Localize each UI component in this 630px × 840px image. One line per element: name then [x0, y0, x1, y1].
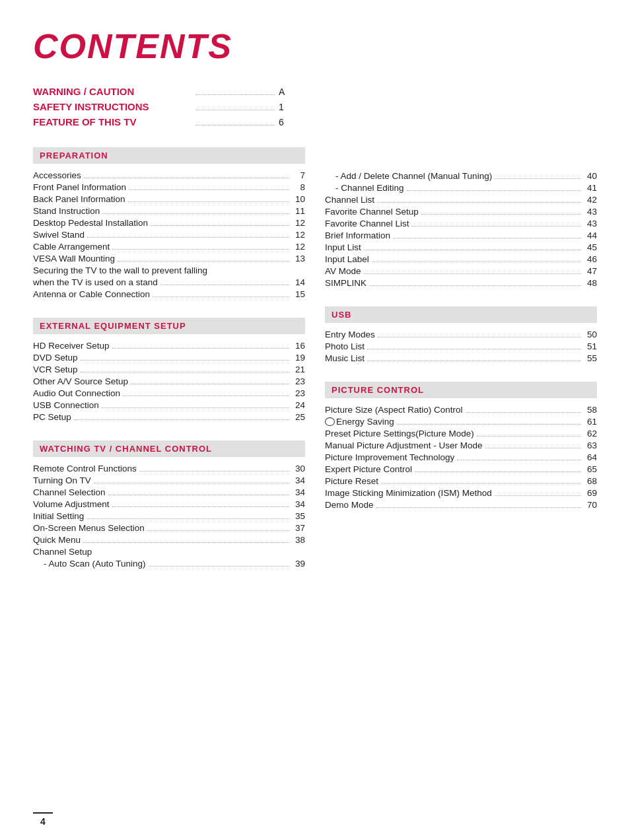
list-item: DVD Setup 19 — [33, 353, 305, 363]
list-item: Back Panel Information 10 — [33, 194, 305, 204]
safety-link: SAFETY INSTRUCTIONS 1 — [33, 101, 597, 112]
list-item: Entry Modes 50 — [325, 330, 597, 339]
channel-control-cont-section: - Add / Delete Channel (Manual Tuning) 4… — [325, 147, 597, 288]
page-title: CONTENTS — [33, 26, 597, 66]
list-item: Picture Improvement Technology 64 — [325, 452, 597, 462]
list-item: Music List 55 — [325, 353, 597, 363]
watching-tv-section: WATCHING TV / CHANNEL CONTROL Remote Con… — [33, 440, 305, 569]
list-item: Preset Picture Settings(Picture Mode) 62 — [325, 429, 597, 438]
usb-section: USB Entry Modes 50 Photo List 51 Music L… — [325, 306, 597, 363]
list-item: Favorite Channel Setup 43 — [325, 207, 597, 217]
list-item: Other A/V Source Setup 23 — [33, 376, 305, 386]
list-item: Image Sticking Minimization (ISM) Method… — [325, 488, 597, 498]
list-item: Securing the TV to the wall to prevent f… — [33, 265, 305, 275]
list-item: - Add / Delete Channel (Manual Tuning) 4… — [325, 171, 597, 181]
list-item: when the TV is used on a stand 14 — [33, 277, 305, 287]
list-item: PC Setup 25 — [33, 412, 305, 422]
left-column: PREPARATION Accessories 7 Front Panel In… — [33, 147, 305, 587]
list-item: VESA Wall Mounting 13 — [33, 254, 305, 263]
right-column: - Add / Delete Channel (Manual Tuning) 4… — [325, 147, 597, 587]
list-item: Channel Selection 34 — [33, 487, 305, 497]
toc-columns: PREPARATION Accessories 7 Front Panel In… — [33, 147, 597, 587]
list-item: Turning On TV 34 — [33, 475, 305, 485]
list-item: Picture Reset 68 — [325, 476, 597, 486]
list-item: SIMPLINK 48 — [325, 278, 597, 288]
list-item: USB Connection 24 — [33, 400, 305, 410]
list-item: AV Mode 47 — [325, 266, 597, 276]
watching-tv-header: WATCHING TV / CHANNEL CONTROL — [33, 440, 305, 457]
list-item: Photo List 51 — [325, 341, 597, 351]
top-links-section: WARNING / CAUTION A SAFETY INSTRUCTIONS … — [33, 86, 597, 127]
list-item: Desktop Pedestal Installation 12 — [33, 218, 305, 228]
list-item: Accessories 7 — [33, 170, 305, 180]
list-item: Favorite Channel List 43 — [325, 219, 597, 228]
list-item: Antenna or Cable Connection 15 — [33, 289, 305, 299]
list-item: Initial Setting 35 — [33, 511, 305, 521]
list-item: Demo Mode 70 — [325, 500, 597, 510]
list-item: - Channel Editing 41 — [325, 183, 597, 193]
preparation-header: PREPARATION — [33, 147, 305, 164]
list-item: - Auto Scan (Auto Tuning) 39 — [33, 559, 305, 569]
list-item: Input List 45 — [325, 242, 597, 252]
list-item: Stand Instruction 11 — [33, 206, 305, 216]
list-item: On-Screen Menus Selection 37 — [33, 523, 305, 533]
list-item: Remote Control Functions 30 — [33, 464, 305, 473]
list-item: Swivel Stand 12 — [33, 230, 305, 240]
list-item: Input Label 46 — [325, 254, 597, 264]
usb-header: USB — [325, 306, 597, 323]
list-item: Expert Picture Control 65 — [325, 464, 597, 474]
list-item: VCR Setup 21 — [33, 365, 305, 374]
picture-control-header: PICTURE CONTROL — [325, 382, 597, 398]
warning-link: WARNING / CAUTION A — [33, 86, 597, 97]
list-item: Audio Out Connection 23 — [33, 388, 305, 398]
external-equipment-header: EXTERNAL EQUIPMENT SETUP — [33, 318, 305, 334]
feature-link: FEATURE OF THIS TV 6 — [33, 116, 597, 127]
list-item: HD Receiver Setup 16 — [33, 341, 305, 351]
preparation-section: PREPARATION Accessories 7 Front Panel In… — [33, 147, 305, 299]
external-equipment-section: EXTERNAL EQUIPMENT SETUP HD Receiver Set… — [33, 318, 305, 422]
list-item: Quick Menu 38 — [33, 535, 305, 545]
page-number: 4 — [33, 812, 53, 827]
list-item: Manual Picture Adjustment - User Mode 63 — [325, 440, 597, 450]
list-item: Volume Adjustment 34 — [33, 499, 305, 509]
picture-control-section: PICTURE CONTROL Picture Size (Aspect Rat… — [325, 382, 597, 510]
list-item: Front Panel Information 8 — [33, 182, 305, 192]
list-item: Brief Information 44 — [325, 230, 597, 240]
list-item: Energy Saving 61 — [325, 417, 597, 427]
list-item: Channel List 42 — [325, 195, 597, 205]
list-item: Picture Size (Aspect Ratio) Control 58 — [325, 405, 597, 415]
list-item: Cable Arrangement 12 — [33, 242, 305, 252]
list-item: Channel Setup — [33, 547, 305, 557]
